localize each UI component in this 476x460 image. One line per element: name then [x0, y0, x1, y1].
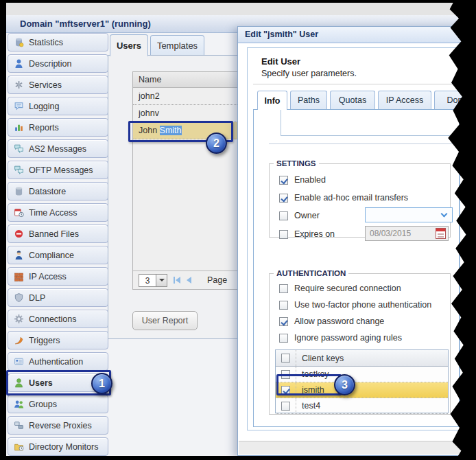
sidebar-item-dlp[interactable]: DLP [8, 288, 108, 307]
client-key-row-testkey[interactable]: testkey [276, 367, 448, 382]
datastore-icon [14, 186, 24, 196]
tab-label: Templates [157, 41, 198, 51]
chevron-down-icon [441, 211, 448, 218]
services-icon [14, 80, 24, 90]
authentication-icon [14, 356, 24, 367]
first-page-button[interactable] [174, 277, 180, 284]
tab-label: Paths [298, 95, 320, 105]
sidebar-item-statistics[interactable]: Statistics [8, 33, 108, 51]
dropdown-arrow-icon [159, 279, 165, 281]
connections-icon [14, 314, 24, 324]
client-key-row-jsmith[interactable]: jsmith [276, 382, 448, 398]
enabled-row: Enabled [279, 174, 326, 185]
ip-access-icon [14, 271, 24, 281]
sidebar-item-as2-messages[interactable]: AS2 Messages [8, 139, 108, 158]
tab-label: Quotas [339, 95, 366, 105]
checkbox-label: Enable ad-hoc email transfers [294, 193, 408, 203]
description-icon [14, 58, 24, 69]
compliance-icon [14, 250, 24, 260]
password-change-row: Allow password change [279, 316, 384, 327]
header-checkbox-cell [276, 350, 296, 366]
page-size-value: 3 [139, 274, 156, 287]
secured-connection-checkbox[interactable] [279, 284, 288, 293]
directory-monitors-icon [14, 441, 24, 452]
sidebar-item-services[interactable]: Services [8, 76, 108, 94]
checkbox-label: Use two-factor phone authentication [294, 300, 431, 310]
oftp-messages-icon [14, 165, 24, 175]
dialog-tab-info[interactable]: Info [257, 91, 287, 110]
tab-users[interactable]: Users [110, 34, 148, 56]
sidebar-item-triggers[interactable]: Triggers [8, 331, 108, 349]
screenshot-root: Domain "mftserver1" (running) Statistics… [0, 0, 476, 460]
owner-checkbox[interactable] [279, 211, 288, 220]
domain-title: Domain "mftserver1" (running) [20, 19, 151, 29]
sidebar-label: Time Access [29, 208, 77, 218]
sidebar-item-oftp-messages[interactable]: OFTP Messages [8, 161, 108, 179]
first-page-icon [174, 277, 175, 284]
client-key-name: testkey [302, 369, 329, 379]
dialog-separator [253, 84, 460, 84]
page-size-dropdown-button[interactable] [156, 274, 167, 287]
dlp-icon [14, 292, 24, 303]
sidebar-label: Datastore [29, 187, 66, 196]
dialog-title-bar: Edit "jsmith" User [238, 27, 466, 43]
reverse-proxies-icon [14, 420, 24, 430]
calendar-icon[interactable] [436, 228, 446, 239]
adhoc-email-checkbox[interactable] [279, 194, 288, 203]
user-report-button[interactable]: User Report [132, 311, 198, 330]
enabled-checkbox[interactable] [279, 176, 288, 185]
sidebar-item-connections[interactable]: Connections [8, 310, 108, 328]
sidebar-item-time-access[interactable]: Time Access [8, 203, 108, 222]
scrolled-content-remnant [281, 110, 459, 136]
sidebar-label: Groups [29, 400, 57, 409]
statistics-icon [14, 37, 24, 47]
sidebar-item-reports[interactable]: Reports [8, 118, 108, 137]
previous-page-icon[interactable] [187, 277, 191, 284]
sidebar-item-reverse-proxies[interactable]: Reverse Proxies [8, 416, 108, 435]
sidebar-item-logging[interactable]: Logging [8, 97, 108, 115]
client-key-name: jsmith [302, 385, 324, 395]
select-all-checkbox[interactable] [281, 354, 290, 363]
callout-badge-1: 1 [91, 373, 112, 394]
page-label: Page [207, 275, 227, 285]
dialog-tab-ip-access[interactable]: IP Access [378, 91, 431, 109]
sidebar-item-authentication[interactable]: Authentication [8, 352, 108, 371]
page-size-select[interactable]: 3 [139, 274, 167, 287]
dialog-footer-bar [239, 441, 465, 455]
sidebar-item-directory-monitors[interactable]: Directory Monitors [8, 437, 108, 456]
expires-checkbox[interactable] [279, 230, 288, 239]
tab-templates[interactable]: Templates [150, 35, 204, 56]
expires-date-field[interactable]: 08/03/2015 [365, 226, 449, 241]
sidebar-item-compliance[interactable]: Compliance [8, 246, 108, 264]
checkbox-label: Owner [294, 211, 320, 220]
client-keys-table: Client keys testkey [275, 349, 449, 413]
owner-select[interactable] [365, 207, 453, 222]
dialog-inner-panel: Edit User Specify user parameters. Info … [247, 47, 460, 430]
sidebar-label: Services [29, 80, 62, 90]
reports-icon [14, 122, 24, 133]
client-key-row-test4[interactable]: test4 [276, 398, 448, 414]
sidebar-item-datastore[interactable]: Datastore [8, 182, 108, 200]
checkbox-cell [276, 398, 296, 413]
password-change-checkbox[interactable] [279, 317, 288, 326]
sidebar-item-description[interactable]: Description [8, 54, 108, 73]
sidebar-label: DLP [29, 293, 45, 303]
sidebar-item-banned-files[interactable]: Banned Files [8, 225, 108, 243]
jsmith-checkbox[interactable] [281, 386, 290, 395]
two-factor-checkbox[interactable] [279, 301, 288, 310]
sidebar-item-ip-access[interactable]: IP Access [8, 267, 108, 286]
as2-messages-icon [14, 143, 24, 154]
dialog-tab-quotas[interactable]: Quotas [330, 91, 375, 109]
window-chrome-strip [6, 3, 470, 15]
checkbox-cell [276, 367, 296, 382]
dialog-tab-paths[interactable]: Paths [290, 91, 327, 109]
sidebar-item-groups[interactable]: Groups [8, 395, 108, 413]
password-aging-checkbox[interactable] [279, 334, 288, 343]
checkbox-cell [276, 382, 296, 398]
scrolled-content-remnant [269, 143, 459, 144]
testkey-checkbox[interactable] [281, 370, 290, 379]
dialog-subheading: Specify user parameters. [261, 69, 357, 78]
expires-row: Expires on 08/03/2015 [279, 229, 335, 240]
test4-checkbox[interactable] [281, 402, 290, 411]
callout-badge-3: 3 [334, 374, 355, 395]
